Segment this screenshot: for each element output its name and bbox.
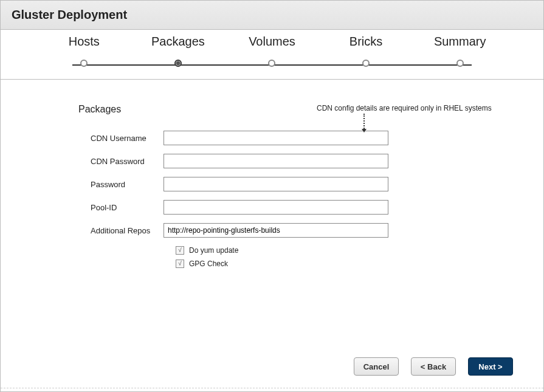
- cancel-button[interactable]: Cancel: [354, 357, 399, 376]
- step-tick-icon: [362, 60, 370, 67]
- step-tick-icon: [456, 60, 464, 67]
- back-button[interactable]: < Back: [411, 357, 456, 376]
- step-packages[interactable]: Packages: [131, 35, 226, 69]
- wizard-footer: Cancel < Back Next >: [354, 357, 513, 376]
- row-pool-id: Pool-ID: [78, 200, 513, 215]
- step-label: Volumes: [225, 35, 319, 49]
- step-summary[interactable]: Summary: [413, 35, 507, 69]
- gpg-check-checkbox[interactable]: √: [176, 260, 184, 268]
- row-gpg-check: √ GPG Check: [176, 260, 513, 268]
- cdn-hint-text: CDN config details are required only in …: [317, 104, 492, 112]
- step-hosts[interactable]: Hosts: [37, 35, 131, 69]
- step-bricks[interactable]: Bricks: [319, 35, 413, 69]
- yum-update-checkbox[interactable]: √: [176, 246, 184, 255]
- row-additional-repos: Additional Repos: [78, 223, 513, 238]
- cdn-username-input[interactable]: [164, 131, 388, 145]
- wizard-body: Packages CDN config details are required…: [1, 80, 543, 285]
- label-password: Password: [78, 180, 164, 189]
- step-label: Packages: [131, 35, 226, 49]
- next-button[interactable]: Next >: [468, 357, 513, 376]
- step-volumes[interactable]: Volumes: [225, 35, 319, 69]
- additional-repos-input[interactable]: [164, 223, 388, 238]
- row-password: Password: [78, 177, 513, 191]
- pool-id-input[interactable]: [164, 200, 388, 215]
- step-label: Bricks: [319, 35, 413, 49]
- hint-arrow-icon: [363, 114, 365, 131]
- label-additional-repos: Additional Repos: [78, 226, 164, 235]
- step-label: Summary: [413, 35, 507, 49]
- cdn-password-input[interactable]: [164, 154, 388, 168]
- yum-update-label: Do yum update: [189, 246, 238, 255]
- step-label: Hosts: [37, 35, 131, 49]
- label-pool-id: Pool-ID: [78, 203, 164, 212]
- label-cdn-password: CDN Password: [78, 157, 164, 166]
- password-input[interactable]: [164, 177, 388, 191]
- step-tick-icon: [174, 60, 182, 67]
- step-tick-icon: [268, 60, 275, 67]
- label-cdn-username: CDN Username: [78, 134, 164, 143]
- gpg-check-label: GPG Check: [189, 260, 228, 268]
- row-cdn-password: CDN Password: [78, 154, 513, 168]
- gluster-deployment-wizard: Gluster Deployment Hosts Packages Volume…: [0, 0, 544, 392]
- bottom-divider: [1, 388, 543, 391]
- wizard-title: Gluster Deployment: [1, 1, 543, 30]
- wizard-steps: Hosts Packages Volumes Bricks Summary: [1, 30, 543, 80]
- row-cdn-username: CDN Username: [78, 131, 513, 145]
- row-yum-update: √ Do yum update: [176, 246, 513, 255]
- step-tick-icon: [80, 60, 88, 67]
